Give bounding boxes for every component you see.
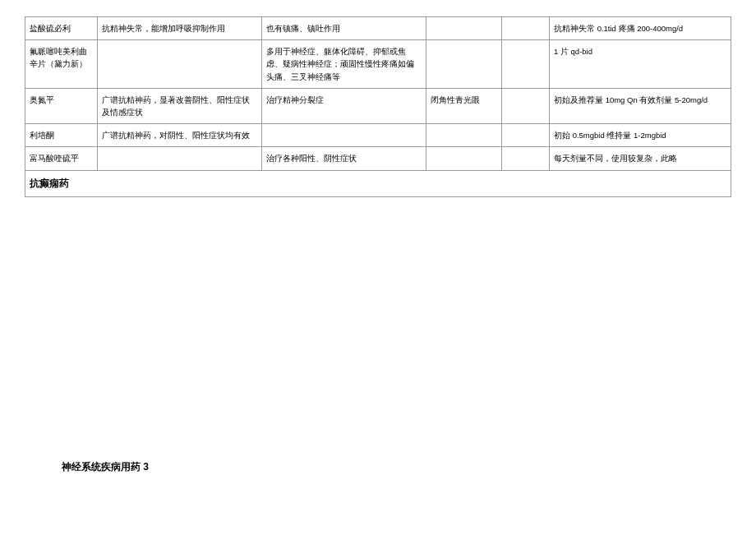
table-row: 盐酸硫必利 抗精神失常，能增加呼吸抑制作用 也有镇痛、镇吐作用 抗精神失常 0.… (25, 17, 731, 40)
cell-blank (502, 147, 550, 170)
cell-contraindication: 闭角性青光眼 (426, 88, 502, 123)
table-row: 奥氮平 广谱抗精神药，显著改善阴性、阳性症状及情感症状 治疗精神分裂症 闭角性青… (25, 88, 731, 123)
cell-drug-name: 富马酸喹硫平 (25, 147, 98, 170)
cell-blank (502, 40, 550, 89)
cell-indication: 多用于神经症、躯体化障碍、抑郁或焦虑、疑病性神经症；顽固性慢性疼痛如偏头痛、三叉… (262, 40, 426, 89)
cell-dosage: 每天剂量不同，使用较复杂，此略 (550, 147, 731, 170)
document-page: 盐酸硫必利 抗精神失常，能增加呼吸抑制作用 也有镇痛、镇吐作用 抗精神失常 0.… (0, 0, 756, 491)
section-header-cell: 抗癫痫药 (25, 170, 731, 196)
cell-blank (502, 17, 550, 40)
page-footer: 神经系统疾病用药 3 (25, 460, 731, 474)
cell-contraindication (426, 40, 502, 89)
cell-indication: 治疗各种阳性、阴性症状 (262, 147, 426, 170)
cell-dosage: 抗精神失常 0.1tid 疼痛 200-400mg/d (550, 17, 731, 40)
cell-blank (502, 124, 550, 147)
table-row: 氟哌噻吨美利曲辛片（黛力新） 多用于神经症、躯体化障碍、抑郁或焦虑、疑病性神经症… (25, 40, 731, 89)
cell-indication: 治疗精神分裂症 (262, 88, 426, 123)
cell-drug-name: 氟哌噻吨美利曲辛片（黛力新） (25, 40, 98, 89)
cell-contraindication (426, 147, 502, 170)
cell-mechanism: 抗精神失常，能增加呼吸抑制作用 (98, 17, 262, 40)
cell-dosage: 初始及推荐量 10mg Qn 有效剂量 5-20mg/d (550, 88, 731, 123)
cell-indication (262, 124, 426, 147)
cell-contraindication (426, 17, 502, 40)
table-row: 富马酸喹硫平 治疗各种阳性、阴性症状 每天剂量不同，使用较复杂，此略 (25, 147, 731, 170)
cell-drug-name: 盐酸硫必利 (25, 17, 98, 40)
cell-indication: 也有镇痛、镇吐作用 (262, 17, 426, 40)
cell-dosage: 1 片 qd-bid (550, 40, 731, 89)
cell-dosage: 初始 0.5mgbid 维持量 1-2mgbid (550, 124, 731, 147)
drug-table: 盐酸硫必利 抗精神失常，能增加呼吸抑制作用 也有镇痛、镇吐作用 抗精神失常 0.… (25, 16, 731, 197)
cell-drug-name: 利培酮 (25, 124, 98, 147)
cell-drug-name: 奥氮平 (25, 88, 98, 123)
cell-mechanism: 广谱抗精神药，对阴性、阳性症状均有效 (98, 124, 262, 147)
cell-blank (502, 88, 550, 123)
section-header-row: 抗癫痫药 (25, 170, 731, 196)
cell-mechanism (98, 147, 262, 170)
cell-mechanism: 广谱抗精神药，显著改善阴性、阳性症状及情感症状 (98, 88, 262, 123)
cell-mechanism (98, 40, 262, 89)
table-row: 利培酮 广谱抗精神药，对阴性、阳性症状均有效 初始 0.5mgbid 维持量 1… (25, 124, 731, 147)
cell-contraindication (426, 124, 502, 147)
